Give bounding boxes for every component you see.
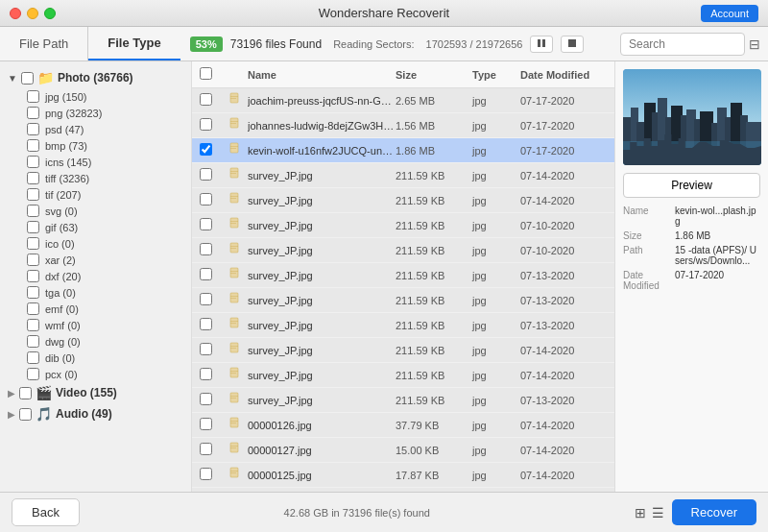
sidebar-item-dib[interactable]: dib (0) bbox=[0, 350, 191, 366]
sidebar-item-tiff[interactable]: tiff (3236) bbox=[0, 170, 191, 186]
pause-button[interactable] bbox=[530, 36, 553, 53]
row-checkbox-1[interactable] bbox=[200, 118, 228, 133]
recover-button[interactable]: Recover bbox=[672, 499, 756, 525]
header-date-col[interactable]: Date Modified bbox=[520, 69, 607, 81]
sidebar-section-photo[interactable]: ▼ 📁 Photo (36766) bbox=[0, 67, 191, 88]
bmp-checkbox[interactable] bbox=[27, 139, 39, 152]
row-checkbox-0[interactable] bbox=[200, 93, 228, 109]
row-checkbox-14[interactable] bbox=[200, 443, 228, 458]
row-checkbox-11[interactable] bbox=[200, 368, 228, 383]
tab-file-path[interactable]: File Path bbox=[0, 27, 88, 60]
table-row[interactable]: survey_JP.jpg 211.59 KB jpg 07-13-2020 bbox=[192, 288, 614, 313]
sidebar-item-emf[interactable]: emf (0) bbox=[0, 301, 191, 317]
sidebar-item-dxf[interactable]: dxf (20) bbox=[0, 268, 191, 284]
xar-checkbox[interactable] bbox=[27, 254, 39, 266]
table-row[interactable]: survey_JP.jpg 211.59 KB jpg 07-10-2020 bbox=[192, 238, 614, 263]
row-checkbox-10[interactable] bbox=[200, 343, 228, 358]
table-row[interactable]: survey_JP.jpg 211.59 KB jpg 07-14-2020 bbox=[192, 338, 614, 363]
dwg-checkbox[interactable] bbox=[27, 335, 39, 348]
row-checkbox-3[interactable] bbox=[200, 168, 228, 183]
table-row[interactable]: survey_JP.jpg 211.59 KB jpg 07-14-2020 bbox=[192, 188, 614, 213]
icns-checkbox[interactable] bbox=[27, 156, 39, 168]
sidebar-item-dwg[interactable]: dwg (0) bbox=[0, 333, 191, 350]
sidebar-item-png[interactable]: png (32823) bbox=[0, 105, 191, 121]
psd-checkbox[interactable] bbox=[27, 123, 39, 135]
table-row[interactable]: 00000127.jpg 15.00 KB jpg 07-14-2020 bbox=[192, 438, 614, 463]
row-checkbox-8[interactable] bbox=[200, 293, 228, 308]
row-checkbox-5[interactable] bbox=[200, 218, 228, 233]
row-checkbox-12[interactable] bbox=[200, 393, 228, 408]
account-button[interactable]: Account bbox=[701, 5, 758, 22]
file-size: 1.86 MB bbox=[396, 145, 472, 157]
sidebar-section-audio[interactable]: ▶ 🎵 Audio (49) bbox=[0, 403, 191, 424]
wmf-checkbox[interactable] bbox=[27, 319, 39, 331]
table-row[interactable]: joachim-preuss-jqcfUS-nn-Go-unsplash.jpg… bbox=[192, 88, 614, 113]
table-row[interactable]: survey_JP.jpg 211.59 KB jpg 07-13-2020 bbox=[192, 313, 614, 338]
row-checkbox-13[interactable] bbox=[200, 418, 228, 433]
select-all-checkbox[interactable] bbox=[200, 67, 212, 80]
gif-checkbox[interactable] bbox=[27, 221, 39, 233]
svg-checkbox[interactable] bbox=[27, 205, 39, 217]
back-button[interactable]: Back bbox=[12, 498, 80, 526]
tiff-checkbox[interactable] bbox=[27, 172, 39, 184]
list-view-icon[interactable]: ☰ bbox=[652, 505, 664, 520]
emf-checkbox[interactable] bbox=[27, 302, 39, 315]
sidebar-item-jpg[interactable]: jpg (150) bbox=[0, 88, 191, 105]
tga-checkbox[interactable] bbox=[27, 286, 39, 299]
sidebar-section-video[interactable]: ▶ 🎬 Video (155) bbox=[0, 382, 191, 403]
table-row[interactable]: survey_JP.jpg 211.59 KB jpg 07-10-2020 bbox=[192, 213, 614, 238]
tab-file-type[interactable]: File Type bbox=[88, 27, 180, 60]
row-checkbox-2[interactable] bbox=[200, 143, 228, 158]
dib-checkbox[interactable] bbox=[27, 351, 39, 364]
sidebar-item-ico[interactable]: ico (0) bbox=[0, 235, 191, 252]
png-checkbox[interactable] bbox=[27, 107, 39, 119]
table-row[interactable]: 00000126.jpg 37.79 KB jpg 07-14-2020 bbox=[192, 413, 614, 438]
table-row[interactable]: survey_JP.jpg 211.59 KB jpg 07-14-2020 bbox=[192, 363, 614, 388]
sidebar-item-tif[interactable]: tif (207) bbox=[0, 186, 191, 203]
video-section-checkbox[interactable] bbox=[19, 387, 32, 399]
sidebar-item-psd[interactable]: psd (47) bbox=[0, 121, 191, 137]
photo-section-checkbox[interactable] bbox=[21, 72, 34, 85]
maximize-button[interactable] bbox=[44, 8, 56, 19]
row-checkbox-15[interactable] bbox=[200, 468, 228, 483]
pcx-checkbox[interactable] bbox=[27, 368, 39, 380]
file-type: jpg bbox=[472, 445, 520, 456]
row-checkbox-7[interactable] bbox=[200, 268, 228, 283]
grid-view-icon[interactable]: ⊞ bbox=[635, 505, 646, 520]
ico-checkbox[interactable] bbox=[27, 237, 39, 250]
search-input[interactable] bbox=[620, 33, 745, 56]
sidebar-item-gif[interactable]: gif (63) bbox=[0, 219, 191, 235]
sidebar-item-svg[interactable]: svg (0) bbox=[0, 203, 191, 219]
dib-label: dib (0) bbox=[45, 352, 75, 364]
table-row[interactable]: johannes-ludwig-8dejZGw3Hec-unsplash.jpg… bbox=[192, 113, 614, 138]
sidebar-item-bmp[interactable]: bmp (73) bbox=[0, 137, 191, 154]
tif-checkbox[interactable] bbox=[27, 188, 39, 201]
table-row[interactable]: survey_JP.jpg 211.59 KB jpg 07-13-2020 bbox=[192, 388, 614, 413]
header-size-col[interactable]: Size bbox=[396, 69, 472, 81]
jpg-checkbox[interactable] bbox=[27, 90, 39, 103]
table-row[interactable]: survey_JP.jpg 211.59 KB jpg 07-13-2020 bbox=[192, 263, 614, 288]
row-checkbox-6[interactable] bbox=[200, 243, 228, 258]
sidebar-item-icns[interactable]: icns (145) bbox=[0, 154, 191, 170]
row-checkbox-4[interactable] bbox=[200, 193, 228, 208]
preview-button[interactable]: Preview bbox=[623, 173, 760, 198]
sidebar-item-wmf[interactable]: wmf (0) bbox=[0, 317, 191, 333]
header-type-col[interactable]: Type bbox=[472, 69, 520, 81]
file-icon bbox=[228, 217, 248, 233]
minimize-button[interactable] bbox=[27, 8, 38, 19]
table-row[interactable]: kevin-wolf-u16nfw2JUCQ-unsplash.jpg 1.86… bbox=[192, 138, 614, 163]
table-row[interactable]: survey_JP.jpg 211.59 KB jpg 07-14-2020 bbox=[192, 163, 614, 188]
sidebar-item-xar[interactable]: xar (2) bbox=[0, 252, 191, 268]
filter-icon[interactable]: ⊟ bbox=[749, 36, 760, 52]
stop-button[interactable] bbox=[561, 36, 584, 53]
preview-size-label: Size bbox=[623, 230, 671, 241]
file-size: 211.59 KB bbox=[396, 320, 472, 331]
dxf-checkbox[interactable] bbox=[27, 270, 39, 282]
header-name-col[interactable]: Name bbox=[248, 69, 396, 81]
audio-section-checkbox[interactable] bbox=[19, 408, 32, 421]
row-checkbox-9[interactable] bbox=[200, 318, 228, 333]
sidebar-item-pcx[interactable]: pcx (0) bbox=[0, 366, 191, 382]
table-row[interactable]: 00000125.jpg 17.87 KB jpg 07-14-2020 bbox=[192, 463, 614, 488]
sidebar-item-tga[interactable]: tga (0) bbox=[0, 284, 191, 301]
close-button[interactable] bbox=[10, 8, 21, 19]
